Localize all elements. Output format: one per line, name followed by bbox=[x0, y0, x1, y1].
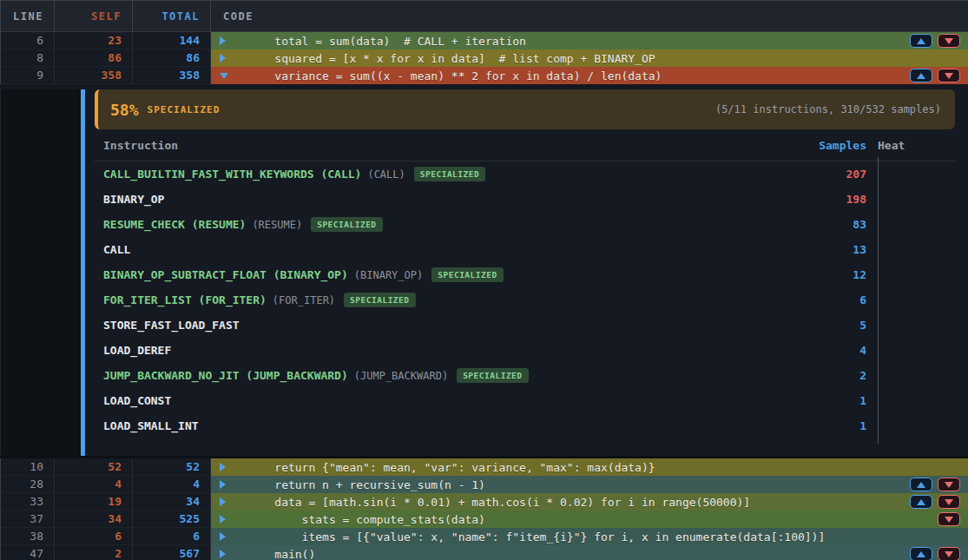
down-arrow-icon bbox=[945, 551, 953, 557]
header-self[interactable]: SELF bbox=[55, 1, 133, 31]
code-cell[interactable]: data = [math.sin(i * 0.01) + math.cos(i … bbox=[211, 493, 968, 511]
instruction-name: LOAD_CONST bbox=[103, 394, 171, 407]
instruction-detail-panel: 58% SPECIALIZED (5/11 instructions, 310/… bbox=[0, 89, 968, 456]
total-samples: 144 bbox=[133, 32, 211, 49]
self-samples: 52 bbox=[55, 458, 133, 476]
code-row-line-8: 8 86 86 squared = [x * x for x in data] … bbox=[0, 49, 968, 67]
header-total[interactable]: TOTAL bbox=[133, 1, 211, 31]
line-number: 28 bbox=[1, 476, 55, 493]
down-arrow-icon bbox=[945, 73, 953, 79]
heat-bar bbox=[878, 409, 879, 444]
instruction-name: CALL_BUILTIN_FAST_WITH_KEYWORDS (CALL) bbox=[103, 168, 361, 181]
expand-collapsed-icon[interactable] bbox=[220, 36, 237, 45]
instruction-name: LOAD_DEREF bbox=[103, 344, 171, 357]
total-samples: 4 bbox=[133, 476, 211, 493]
code-cell[interactable]: squared = [x * x for x in data] # list c… bbox=[211, 49, 968, 67]
code-cell[interactable]: main() bbox=[211, 545, 968, 560]
expand-collapsed-icon[interactable] bbox=[220, 480, 237, 489]
code-cell[interactable]: stats = compute_stats(data) bbox=[211, 511, 968, 528]
instruction-samples: 13 bbox=[804, 243, 866, 256]
instruction-table-header: Instruction Samples Heat bbox=[95, 129, 955, 161]
up-arrow-icon bbox=[917, 499, 925, 505]
instruction-row: CALL_BUILTIN_FAST_WITH_KEYWORDS (CALL) (… bbox=[95, 161, 955, 187]
specialized-percent: 58% bbox=[110, 101, 139, 119]
expand-expanded-icon[interactable] bbox=[220, 73, 237, 79]
instruction-samples: 12 bbox=[804, 268, 866, 281]
code-text: items = [{"value": x, "name": f"item_{i}… bbox=[237, 530, 825, 544]
specialization-banner: 58% SPECIALIZED (5/11 instructions, 310/… bbox=[95, 89, 955, 129]
jump-down-button[interactable] bbox=[938, 495, 960, 509]
jump-up-button[interactable] bbox=[910, 34, 932, 48]
up-arrow-icon bbox=[917, 38, 925, 44]
down-arrow-icon bbox=[945, 38, 953, 44]
instruction-samples: 6 bbox=[804, 293, 866, 306]
instruction-base: (JUMP_BACKWARD) bbox=[354, 370, 448, 382]
jump-down-button[interactable] bbox=[938, 512, 960, 526]
self-samples: 2 bbox=[55, 545, 133, 560]
code-cell[interactable]: total = sum(data) # CALL + iteration bbox=[211, 32, 968, 49]
jump-down-button[interactable] bbox=[938, 547, 960, 560]
up-arrow-icon bbox=[917, 73, 925, 79]
jump-up-button[interactable] bbox=[910, 547, 932, 560]
code-row-line-37: 37 34 525 stats = compute_stats(data) bbox=[0, 511, 968, 528]
header-code: CODE bbox=[211, 1, 968, 31]
instruction-row: LOAD_DEREF 4 bbox=[95, 338, 955, 363]
jump-down-button[interactable] bbox=[938, 69, 960, 82]
expand-collapsed-icon[interactable] bbox=[220, 515, 237, 524]
code-text: main() bbox=[237, 548, 315, 560]
instruction-row: CALL 13 bbox=[95, 237, 955, 262]
code-cell[interactable]: return n + recursive_sum(n - 1) bbox=[211, 476, 968, 493]
instruction-samples: 5 bbox=[804, 319, 866, 332]
self-samples: 358 bbox=[55, 67, 133, 84]
jump-up-button[interactable] bbox=[910, 478, 932, 491]
line-number: 10 bbox=[1, 458, 55, 476]
jump-down-button[interactable] bbox=[938, 34, 960, 48]
instruction-row: LOAD_SMALL_INT 1 bbox=[95, 413, 955, 438]
instruction-name: STORE_FAST_LOAD_FAST bbox=[103, 319, 240, 332]
total-samples: 34 bbox=[133, 493, 211, 511]
expand-collapsed-icon[interactable] bbox=[220, 497, 237, 506]
code-row-line-6: 6 23 144 total = sum(data) # CALL + iter… bbox=[0, 32, 968, 49]
expand-collapsed-icon[interactable] bbox=[220, 532, 237, 541]
instruction-samples: 198 bbox=[804, 193, 866, 206]
self-samples: 6 bbox=[55, 528, 133, 545]
panel-gutter bbox=[1, 89, 81, 456]
code-row-line-10: 10 52 52 return {"mean": mean, "var": va… bbox=[0, 458, 968, 476]
expand-collapsed-icon[interactable] bbox=[220, 463, 237, 471]
expand-collapsed-icon[interactable] bbox=[220, 550, 237, 558]
instruction-name: CALL bbox=[103, 243, 130, 256]
code-text: stats = compute_stats(data) bbox=[237, 513, 485, 526]
instruction-name: JUMP_BACKWARD_NO_JIT (JUMP_BACKWARD) bbox=[103, 369, 348, 382]
specialized-badge: SPECIALIZED bbox=[431, 267, 503, 282]
jump-down-button[interactable] bbox=[938, 478, 960, 491]
instruction-base: (BINARY_OP) bbox=[354, 269, 423, 281]
up-arrow-icon bbox=[917, 551, 925, 557]
line-number: 9 bbox=[1, 67, 55, 84]
code-cell[interactable]: items = [{"value": x, "name": f"item_{i}… bbox=[211, 528, 968, 545]
instruction-name: RESUME_CHECK (RESUME) bbox=[103, 218, 246, 231]
table-header: LINE SELF TOTAL CODE bbox=[0, 0, 968, 32]
code-cell[interactable]: variance = sum((x - mean) ** 2 for x in … bbox=[211, 67, 968, 84]
code-cell[interactable]: return {"mean": mean, "var": variance, "… bbox=[211, 458, 968, 476]
instruction-samples: 2 bbox=[804, 369, 866, 382]
instruction-name: BINARY_OP_SUBTRACT_FLOAT (BINARY_OP) bbox=[103, 268, 348, 281]
jump-up-button[interactable] bbox=[910, 495, 932, 509]
jump-up-button[interactable] bbox=[910, 69, 932, 82]
specialized-badge: SPECIALIZED bbox=[344, 293, 415, 307]
samples-column-header[interactable]: Samples bbox=[804, 139, 866, 152]
instruction-base: (FOR_ITER) bbox=[273, 294, 335, 306]
instruction-column-header: Instruction bbox=[95, 139, 804, 152]
specialized-label: SPECIALIZED bbox=[148, 104, 221, 115]
code-row-line-33: 33 19 34 data = [math.sin(i * 0.01) + ma… bbox=[0, 493, 968, 511]
total-samples: 86 bbox=[133, 49, 211, 67]
expand-collapsed-icon[interactable] bbox=[220, 54, 237, 63]
instruction-name: FOR_ITER_LIST (FOR_ITER) bbox=[103, 293, 267, 306]
instruction-samples: 4 bbox=[804, 344, 866, 357]
code-text: total = sum(data) # CALL + iteration bbox=[237, 35, 526, 48]
self-samples: 23 bbox=[55, 32, 133, 49]
instruction-row: LOAD_CONST 1 bbox=[95, 388, 955, 413]
instruction-table: Instruction Samples Heat CALL_BUILTIN_FA… bbox=[95, 129, 955, 438]
panel-accent-line bbox=[81, 89, 85, 456]
instruction-base: (CALL) bbox=[367, 168, 405, 181]
instruction-name: LOAD_SMALL_INT bbox=[103, 419, 199, 432]
